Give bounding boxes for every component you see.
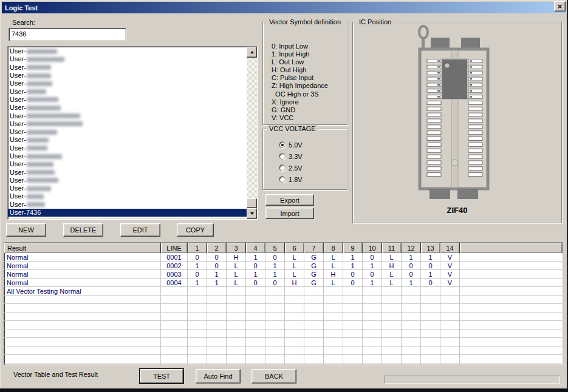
vector-cell [382, 321, 402, 329]
scrollbar-down-button[interactable] [247, 208, 257, 219]
vcc-option[interactable]: 5.0V [279, 139, 303, 150]
table-row[interactable] [4, 329, 563, 338]
column-header[interactable]: Result [4, 243, 161, 253]
back-button[interactable]: BACK [251, 369, 296, 384]
column-header[interactable]: 7 [304, 243, 324, 253]
vector-cell [440, 313, 460, 321]
table-row[interactable]: Normal000411L00HGL01L10V [4, 279, 563, 287]
column-header[interactable]: 3 [227, 243, 246, 253]
table-row[interactable] [4, 363, 563, 365]
list-item[interactable]: User- [8, 79, 247, 87]
list-item[interactable]: User- [8, 120, 247, 128]
column-header[interactable]: 10 [363, 243, 382, 253]
list-item[interactable]: User- [8, 192, 247, 200]
column-header[interactable]: 14 [440, 243, 460, 253]
vector-cell [363, 296, 382, 304]
table-row[interactable] [4, 338, 563, 346]
table-row[interactable] [4, 304, 563, 313]
table-row[interactable] [4, 355, 563, 363]
column-header[interactable]: 5 [265, 243, 285, 253]
column-header[interactable]: 1 [188, 243, 207, 253]
column-header[interactable]: 6 [285, 243, 304, 253]
vector-cell [227, 287, 246, 296]
vector-cell: V [440, 270, 460, 279]
table-row[interactable] [4, 296, 563, 304]
vector-cell [440, 321, 460, 329]
vector-cell [285, 304, 304, 313]
list-item[interactable]: User- [8, 128, 247, 136]
list-item[interactable]: User- [8, 144, 247, 152]
list-item[interactable]: User-7436 [8, 209, 247, 217]
column-header[interactable] [460, 243, 563, 253]
column-header[interactable]: 11 [382, 243, 402, 253]
radio-icon [279, 164, 286, 171]
list-item[interactable]: User- [8, 160, 247, 168]
column-header[interactable]: 9 [343, 243, 363, 253]
search-input[interactable]: 7436 [9, 28, 126, 41]
import-button[interactable]: Import [265, 208, 314, 219]
column-header[interactable]: LINE [161, 243, 188, 253]
list-item[interactable]: User- [8, 168, 247, 176]
table-row[interactable] [4, 321, 563, 329]
list-item[interactable]: User- [8, 64, 247, 72]
list-item[interactable]: User- [8, 47, 247, 55]
test-button[interactable]: TEST [140, 369, 183, 384]
vector-cell [343, 313, 363, 321]
column-header[interactable]: 8 [324, 243, 343, 253]
table-row[interactable]: Normal000100H10LGL10L11V [4, 253, 563, 262]
list-item[interactable]: User- [8, 136, 247, 144]
socket-name-label: ZIF40 [353, 206, 561, 215]
list-item-label: User- [10, 64, 26, 72]
vector-cell [227, 355, 246, 363]
table-row[interactable] [4, 346, 563, 355]
list-item[interactable]: User- [8, 112, 247, 120]
list-item[interactable]: User- [8, 87, 247, 95]
table-row[interactable]: Normal000210L01LGL11H00V [4, 262, 563, 270]
vector-cell [324, 287, 343, 296]
vector-cell: 0 [246, 279, 265, 287]
column-header[interactable]: 13 [421, 243, 440, 253]
title-bar[interactable]: Logic Test [2, 2, 565, 13]
scrollbar-up-button[interactable] [247, 47, 257, 58]
column-header[interactable]: 4 [246, 243, 265, 253]
vcc-option[interactable]: 2.5V [279, 162, 303, 174]
table-row[interactable]: Normal000301L11LGH00L01V [4, 270, 563, 279]
vector-cell [402, 304, 421, 313]
vector-cell [363, 329, 382, 338]
edit-button[interactable]: EDIT [120, 223, 160, 237]
spacer-cell [460, 253, 563, 262]
column-header[interactable]: 2 [207, 243, 227, 253]
list-item[interactable]: User- [8, 177, 247, 184]
vector-symbol-line: Z: High Impedance [272, 82, 328, 90]
scrollbar-track[interactable] [247, 58, 257, 208]
list-item-label: User- [10, 184, 26, 192]
table-row[interactable] [4, 313, 563, 321]
vcc-option[interactable]: 3.3V [279, 150, 303, 162]
list-item[interactable]: User- [8, 72, 247, 79]
scrollbar-thumb[interactable] [247, 198, 257, 208]
list-item[interactable]: User- [8, 55, 247, 63]
vector-cell [402, 313, 421, 321]
vector-cell [440, 363, 460, 365]
result-cell: Normal [4, 253, 161, 262]
close-button[interactable]: × [554, 1, 566, 12]
vcc-option[interactable]: 1.8V [279, 174, 303, 185]
vector-cell: 1 [188, 279, 207, 287]
table-row[interactable]: All Vector Testing Normal [4, 287, 563, 296]
list-item[interactable]: User- [8, 96, 247, 104]
copy-button[interactable]: COPY [177, 223, 214, 237]
export-button[interactable]: Export [265, 194, 314, 206]
vector-cell [207, 355, 227, 363]
delete-button[interactable]: DELETE [63, 223, 103, 237]
column-header[interactable]: 12 [402, 243, 421, 253]
list-item[interactable]: User- [8, 184, 247, 192]
new-button[interactable]: NEW [6, 223, 46, 237]
list-item[interactable]: User- [8, 104, 247, 112]
list-item[interactable]: User- [8, 201, 247, 209]
list-item[interactable]: User- [8, 152, 247, 160]
vector-cell: 1 [402, 253, 421, 262]
auto-find-button[interactable]: Auto Find [196, 369, 241, 384]
vcc-voltage-group: VCC VOLTAGE 5.0V3.3V2.5V1.8V [262, 129, 347, 190]
vector-cell: L [227, 270, 246, 279]
list-scrollbar[interactable] [247, 47, 257, 219]
